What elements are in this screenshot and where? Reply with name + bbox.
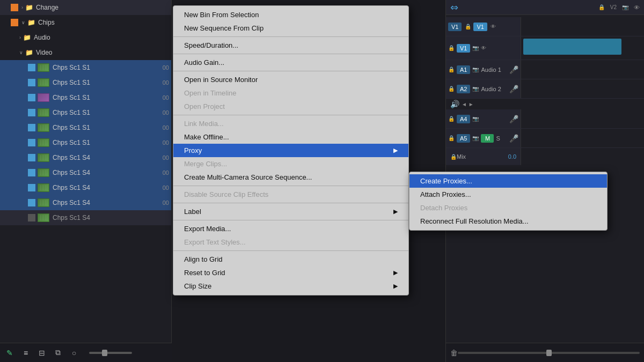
- ctx-new-seq[interactable]: New Sequence From Clip: [173, 21, 408, 35]
- timeline-scroll-slider[interactable]: [458, 352, 640, 354]
- clip-item-4[interactable]: Chps Sc1 S1 00: [0, 105, 171, 120]
- track-a4: 🔒 A4 📷 🎤: [446, 109, 644, 129]
- clip-item-1[interactable]: Chps Sc1 S1 00: [0, 60, 171, 75]
- clip-item-9[interactable]: Chps Sc1 S4 00: [0, 180, 171, 195]
- v1-btn-top[interactable]: V1: [448, 23, 462, 31]
- clip-item-2[interactable]: Chps Sc1 S1 00: [0, 75, 171, 90]
- grid-view-btn[interactable]: ⊟: [36, 348, 47, 358]
- timeline-header: ⇔ 🔒 V2 📷 👁: [446, 0, 644, 15]
- ctx-export-media[interactable]: Export Media...: [173, 222, 408, 235]
- ctx-speed[interactable]: Speed/Duration...: [173, 39, 408, 52]
- proxy-reconnect[interactable]: Reconnect Full Resolution Media...: [409, 215, 607, 228]
- pencil-tool[interactable]: ✎: [4, 348, 15, 358]
- circle-btn[interactable]: ○: [69, 348, 79, 358]
- clip-label-1: Chps Sc1 S1: [53, 64, 90, 71]
- track-controls-v1-active: 🔒 V1 📷 👁: [446, 36, 521, 60]
- track-controls-a2: 🔒 A2 📷 Audio 2 🎤: [446, 79, 521, 98]
- reset-grid-arrow: ▶: [393, 269, 398, 276]
- a2-btn[interactable]: A2: [457, 85, 470, 93]
- track-area-v1-active: [521, 36, 644, 60]
- list-view-btn[interactable]: ≡: [20, 348, 31, 358]
- clip-item-10[interactable]: Chps Sc1 S4 00: [0, 195, 171, 210]
- v1-active-btn[interactable]: V1: [473, 23, 487, 31]
- folder-video[interactable]: ∨ 📁 Video: [0, 45, 171, 60]
- track-area-a1: [521, 60, 644, 79]
- clip-item-8[interactable]: Chps Sc1 S4 00: [0, 165, 171, 180]
- clip-duration-10: 00: [163, 200, 169, 206]
- clip-icon-4: [38, 108, 49, 117]
- eye-icon-header: 👁: [634, 4, 640, 11]
- mix-track-area: [521, 148, 644, 165]
- clip-duration-6: 00: [163, 139, 169, 146]
- chevron-video: ∨: [19, 50, 23, 55]
- clip-icon-2: [38, 78, 49, 87]
- folder-change[interactable]: › 📁 Change: [0, 0, 171, 15]
- volume-icon: 🔊: [450, 100, 459, 108]
- ctx-sep-7: [173, 220, 408, 220]
- clip-item-6[interactable]: Chps Sc1 S1 00: [0, 135, 171, 150]
- ctx-multi-cam[interactable]: Create Multi-Camera Source Sequence...: [173, 171, 408, 184]
- clip-size-arrow: ▶: [393, 283, 398, 290]
- proxy-create[interactable]: Create Proxies...: [409, 174, 607, 188]
- lock-a5: 🔒: [448, 135, 455, 141]
- proxy-attach[interactable]: Attach Proxies...: [409, 188, 607, 201]
- size-slider[interactable]: [89, 352, 132, 354]
- s-label-a5: S: [496, 135, 500, 142]
- cam-a4: 📷: [472, 116, 479, 122]
- folder-video-label: Video: [36, 49, 52, 56]
- a1-btn[interactable]: A1: [457, 65, 470, 74]
- clip-item-3[interactable]: Chps Sc1 S1 00: [0, 90, 171, 105]
- track-a5: 🔒 A5 📷 M S 🎤: [446, 129, 644, 148]
- v2-label-header: V2: [610, 4, 617, 10]
- clip-label-7: Chps Sc1 S4: [53, 154, 90, 161]
- ctx-sep-1: [173, 36, 408, 37]
- clip-label-8: Chps Sc1 S4: [53, 169, 90, 176]
- clip-icon-8: [38, 168, 49, 177]
- ctx-reset-grid[interactable]: Reset to Grid ▶: [173, 266, 408, 279]
- lock-mix: 🔒: [450, 154, 457, 160]
- clip-item-11[interactable]: Chps Sc1 S4: [0, 210, 171, 225]
- track-v1-active: 🔒 V1 📷 👁: [446, 36, 644, 60]
- ctx-sep-4: [173, 115, 408, 115]
- a4-btn[interactable]: A4: [457, 115, 470, 123]
- clip-icon-7: [38, 153, 49, 162]
- track-controls-a4: 🔒 A4 📷 🎤: [446, 109, 521, 128]
- context-menu: New Bin From Selection New Sequence From…: [173, 5, 409, 295]
- clip-duration-4: 00: [163, 109, 169, 116]
- mic-a1: 🎤: [509, 65, 518, 74]
- clip-item-7[interactable]: Chps Sc1 S4 00: [0, 150, 171, 165]
- ctx-merge-clips: Merge Clips...: [173, 157, 408, 171]
- ctx-link-media: Link Media...: [173, 117, 408, 130]
- timeline-expand-icon[interactable]: ⇔: [450, 2, 458, 13]
- color-label-change: [11, 4, 18, 11]
- track-controls-a5: 🔒 A5 📷 M S 🎤: [446, 129, 521, 147]
- ctx-open-source[interactable]: Open in Source Monitor: [173, 73, 408, 86]
- clip-label-6: Chps Sc1 S1: [53, 139, 90, 146]
- ctx-audio-gain[interactable]: Audio Gain...: [173, 56, 408, 69]
- folder-chips-label: Chips: [38, 19, 55, 26]
- ctx-make-offline[interactable]: Make Offline...: [173, 130, 408, 144]
- clip-icon-11: [38, 213, 49, 222]
- v1-label-active[interactable]: V1: [457, 44, 470, 53]
- trash-icon[interactable]: 🗑: [450, 349, 458, 357]
- volume-arrows: ◄ ►: [462, 101, 474, 107]
- mic-a2: 🎤: [509, 85, 518, 93]
- clip-item-5[interactable]: Chps Sc1 S1 00: [0, 120, 171, 135]
- eye-v1: 👁: [491, 24, 496, 29]
- ctx-align-grid[interactable]: Align to Grid: [173, 253, 408, 266]
- stacked-view-btn[interactable]: ⧉: [53, 348, 63, 358]
- a5-btn[interactable]: A5: [457, 134, 470, 143]
- ctx-clip-size[interactable]: Clip Size ▶: [173, 279, 408, 293]
- ctx-new-bin[interactable]: New Bin From Selection: [173, 8, 408, 21]
- lock-v1-top: 🔒: [465, 24, 471, 29]
- mix-label: Mix: [457, 153, 466, 160]
- folder-chips[interactable]: ∨ 📁 Chips: [0, 15, 171, 30]
- ctx-open-project: Open Project: [173, 100, 408, 113]
- track-area-a5: [521, 129, 644, 147]
- folder-audio[interactable]: › 📁 Audio: [0, 30, 171, 45]
- a1-name: Audio 1: [481, 67, 501, 73]
- m-btn-a5[interactable]: M: [481, 134, 494, 143]
- clip-icon-3: [38, 93, 49, 102]
- ctx-label[interactable]: Label ▶: [173, 205, 408, 218]
- ctx-proxy[interactable]: Proxy ▶: [173, 144, 408, 157]
